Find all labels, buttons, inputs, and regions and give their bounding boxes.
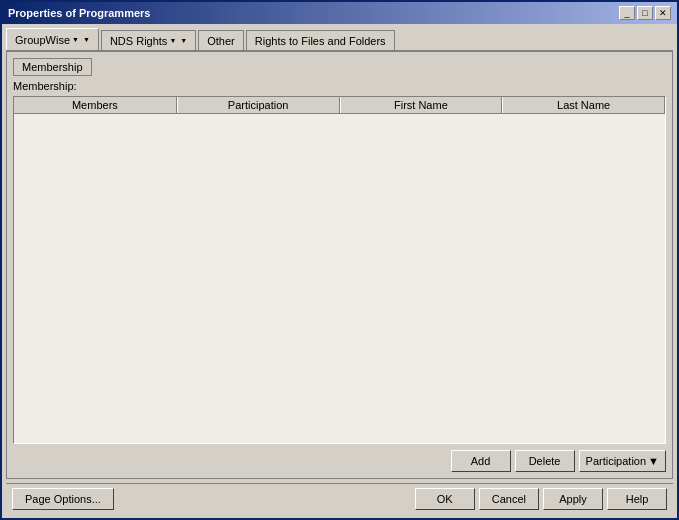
tab-nds-rights-label: NDS Rights (110, 35, 167, 47)
col-first-name: First Name (340, 97, 503, 113)
footer-right-buttons: OK Cancel Apply Help (415, 488, 667, 510)
sub-tab-membership[interactable]: Membership (13, 58, 92, 76)
tab-nds-rights[interactable]: NDS Rights ▼ (101, 30, 196, 50)
sub-tab-bar: Membership (13, 58, 666, 76)
tab-bar: GroupWise ▼ NDS Rights ▼ Other Rights to… (6, 28, 673, 50)
cancel-button[interactable]: Cancel (479, 488, 539, 510)
col-last-name: Last Name (502, 97, 665, 113)
tab-groupwise-label: GroupWise (15, 34, 70, 46)
table-header: Members Participation First Name Last Na… (14, 97, 665, 114)
tab-groupwise[interactable]: GroupWise ▼ (6, 28, 99, 50)
title-bar: Properties of Programmers _ □ ✕ (2, 2, 677, 24)
footer-bar: Page Options... OK Cancel Apply Help (6, 483, 673, 514)
col-participation: Participation (177, 97, 340, 113)
page-options-button[interactable]: Page Options... (12, 488, 114, 510)
main-panel: Membership Membership: Members Participa… (6, 50, 673, 479)
participation-label: Participation (586, 455, 647, 467)
membership-table: Members Participation First Name Last Na… (13, 96, 666, 444)
delete-button[interactable]: Delete (515, 450, 575, 472)
action-buttons: Add Delete Participation ▼ (13, 450, 666, 472)
window-content: GroupWise ▼ NDS Rights ▼ Other Rights to… (2, 24, 677, 518)
title-bar-controls: _ □ ✕ (619, 6, 671, 20)
tab-other[interactable]: Other (198, 30, 244, 50)
sub-tab-membership-label: Membership (22, 61, 83, 73)
membership-label: Membership: (13, 80, 666, 92)
participation-button[interactable]: Participation ▼ (579, 450, 666, 472)
close-button[interactable]: ✕ (655, 6, 671, 20)
apply-button[interactable]: Apply (543, 488, 603, 510)
minimize-button[interactable]: _ (619, 6, 635, 20)
groupwise-dropdown-arrow: ▼ (72, 36, 79, 43)
participation-dropdown-arrow: ▼ (648, 455, 659, 467)
col-members: Members (14, 97, 177, 113)
maximize-button[interactable]: □ (637, 6, 653, 20)
ok-button[interactable]: OK (415, 488, 475, 510)
tab-other-label: Other (207, 35, 235, 47)
main-window: Properties of Programmers _ □ ✕ GroupWis… (0, 0, 679, 520)
table-body (14, 114, 665, 443)
tab-rights-files-folders-label: Rights to Files and Folders (255, 35, 386, 47)
tab-rights-files-folders[interactable]: Rights to Files and Folders (246, 30, 395, 50)
window-title: Properties of Programmers (8, 7, 150, 19)
nds-rights-dropdown-arrow: ▼ (169, 37, 176, 44)
add-button[interactable]: Add (451, 450, 511, 472)
help-button[interactable]: Help (607, 488, 667, 510)
